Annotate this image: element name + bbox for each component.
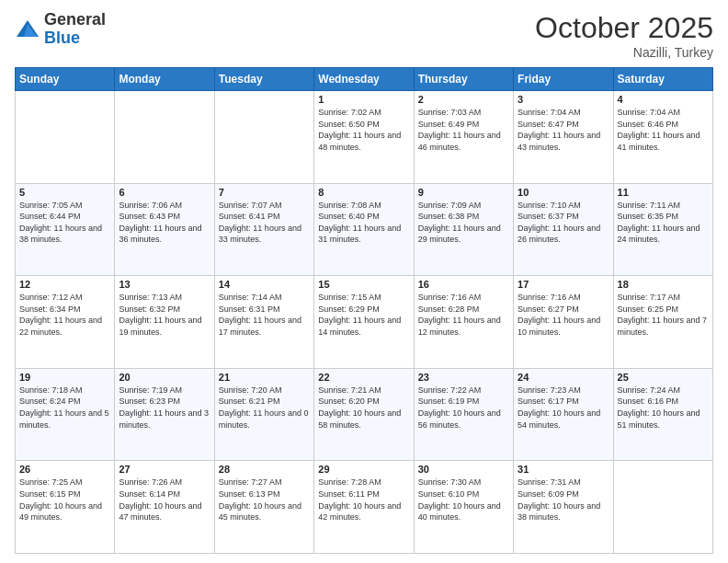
calendar-cell: 29Sunrise: 7:28 AM Sunset: 6:11 PM Dayli…	[314, 461, 414, 554]
day-info: Sunrise: 7:12 AM Sunset: 6:34 PM Dayligh…	[19, 292, 110, 338]
location: Nazilli, Turkey	[535, 45, 713, 60]
day-info: Sunrise: 7:07 AM Sunset: 6:41 PM Dayligh…	[219, 200, 310, 246]
day-number: 25	[618, 372, 709, 383]
day-info: Sunrise: 7:08 AM Sunset: 6:40 PM Dayligh…	[318, 200, 409, 246]
title-block: October 2025 Nazilli, Turkey	[535, 11, 713, 60]
day-info: Sunrise: 7:16 AM Sunset: 6:28 PM Dayligh…	[418, 292, 509, 338]
day-number: 12	[19, 279, 110, 290]
header: General Blue October 2025 Nazilli, Turke…	[15, 11, 713, 60]
day-number: 21	[219, 372, 310, 383]
calendar-cell: 16Sunrise: 7:16 AM Sunset: 6:28 PM Dayli…	[414, 276, 513, 369]
day-number: 24	[518, 372, 609, 383]
day-info: Sunrise: 7:22 AM Sunset: 6:19 PM Dayligh…	[418, 385, 509, 431]
day-number: 4	[618, 94, 709, 105]
day-number: 8	[318, 187, 409, 198]
calendar-cell: 26Sunrise: 7:25 AM Sunset: 6:15 PM Dayli…	[16, 461, 115, 554]
calendar-cell: 13Sunrise: 7:13 AM Sunset: 6:32 PM Dayli…	[115, 276, 214, 369]
calendar-cell: 9Sunrise: 7:09 AM Sunset: 6:38 PM Daylig…	[414, 183, 513, 276]
calendar-cell: 18Sunrise: 7:17 AM Sunset: 6:25 PM Dayli…	[613, 276, 712, 369]
day-info: Sunrise: 7:15 AM Sunset: 6:29 PM Dayligh…	[318, 292, 409, 338]
day-number: 3	[518, 94, 609, 105]
day-info: Sunrise: 7:26 AM Sunset: 6:14 PM Dayligh…	[119, 477, 210, 523]
day-info: Sunrise: 7:16 AM Sunset: 6:27 PM Dayligh…	[518, 292, 609, 338]
day-number: 5	[19, 187, 110, 198]
day-number: 17	[518, 279, 609, 290]
day-info: Sunrise: 7:20 AM Sunset: 6:21 PM Dayligh…	[219, 385, 310, 431]
day-info: Sunrise: 7:04 AM Sunset: 6:47 PM Dayligh…	[518, 107, 609, 153]
day-number: 22	[318, 372, 409, 383]
calendar-cell: 3Sunrise: 7:04 AM Sunset: 6:47 PM Daylig…	[514, 91, 613, 184]
day-number: 18	[618, 279, 709, 290]
day-info: Sunrise: 7:14 AM Sunset: 6:31 PM Dayligh…	[219, 292, 310, 338]
day-info: Sunrise: 7:23 AM Sunset: 6:17 PM Dayligh…	[518, 385, 609, 431]
day-number: 27	[119, 464, 210, 475]
day-info: Sunrise: 7:04 AM Sunset: 6:46 PM Dayligh…	[618, 107, 709, 153]
day-number: 6	[119, 187, 210, 198]
calendar-cell: 20Sunrise: 7:19 AM Sunset: 6:23 PM Dayli…	[115, 368, 214, 461]
calendar-cell: 7Sunrise: 7:07 AM Sunset: 6:41 PM Daylig…	[214, 183, 313, 276]
day-number: 13	[119, 279, 210, 290]
day-info: Sunrise: 7:24 AM Sunset: 6:16 PM Dayligh…	[618, 385, 709, 431]
calendar-cell	[613, 461, 712, 554]
calendar-cell: 14Sunrise: 7:14 AM Sunset: 6:31 PM Dayli…	[214, 276, 313, 369]
day-header-saturday: Saturday	[613, 68, 712, 91]
day-number: 1	[318, 94, 409, 105]
day-number: 10	[518, 187, 609, 198]
calendar-cell: 5Sunrise: 7:05 AM Sunset: 6:44 PM Daylig…	[16, 183, 115, 276]
calendar-cell: 30Sunrise: 7:30 AM Sunset: 6:10 PM Dayli…	[414, 461, 513, 554]
day-number: 19	[19, 372, 110, 383]
day-info: Sunrise: 7:13 AM Sunset: 6:32 PM Dayligh…	[119, 292, 210, 338]
calendar-cell: 25Sunrise: 7:24 AM Sunset: 6:16 PM Dayli…	[613, 368, 712, 461]
calendar-cell: 28Sunrise: 7:27 AM Sunset: 6:13 PM Dayli…	[214, 461, 313, 554]
day-info: Sunrise: 7:10 AM Sunset: 6:37 PM Dayligh…	[518, 200, 609, 246]
calendar-week-5: 26Sunrise: 7:25 AM Sunset: 6:15 PM Dayli…	[16, 461, 713, 554]
day-number: 2	[418, 94, 509, 105]
day-header-monday: Monday	[115, 68, 214, 91]
day-info: Sunrise: 7:05 AM Sunset: 6:44 PM Dayligh…	[19, 200, 110, 246]
day-header-friday: Friday	[514, 68, 613, 91]
month-year: October 2025	[535, 11, 713, 45]
day-number: 26	[19, 464, 110, 475]
calendar-cell: 21Sunrise: 7:20 AM Sunset: 6:21 PM Dayli…	[214, 368, 313, 461]
calendar-cell: 17Sunrise: 7:16 AM Sunset: 6:27 PM Dayli…	[514, 276, 613, 369]
calendar-week-1: 1Sunrise: 7:02 AM Sunset: 6:50 PM Daylig…	[16, 91, 713, 184]
calendar-header-row: SundayMondayTuesdayWednesdayThursdayFrid…	[16, 68, 713, 91]
calendar-cell: 19Sunrise: 7:18 AM Sunset: 6:24 PM Dayli…	[16, 368, 115, 461]
day-number: 30	[418, 464, 509, 475]
calendar-cell: 22Sunrise: 7:21 AM Sunset: 6:20 PM Dayli…	[314, 368, 414, 461]
calendar-cell: 31Sunrise: 7:31 AM Sunset: 6:09 PM Dayli…	[514, 461, 613, 554]
logo-blue: Blue	[44, 29, 106, 48]
day-header-thursday: Thursday	[414, 68, 513, 91]
day-info: Sunrise: 7:28 AM Sunset: 6:11 PM Dayligh…	[318, 477, 409, 523]
calendar-cell: 1Sunrise: 7:02 AM Sunset: 6:50 PM Daylig…	[314, 91, 414, 184]
calendar-week-3: 12Sunrise: 7:12 AM Sunset: 6:34 PM Dayli…	[16, 276, 713, 369]
calendar-cell	[115, 91, 214, 184]
day-number: 29	[318, 464, 409, 475]
day-header-wednesday: Wednesday	[314, 68, 414, 91]
day-number: 14	[219, 279, 310, 290]
day-info: Sunrise: 7:03 AM Sunset: 6:49 PM Dayligh…	[418, 107, 509, 153]
logo-icon	[15, 17, 40, 42]
calendar-week-2: 5Sunrise: 7:05 AM Sunset: 6:44 PM Daylig…	[16, 183, 713, 276]
calendar-cell: 15Sunrise: 7:15 AM Sunset: 6:29 PM Dayli…	[314, 276, 414, 369]
day-info: Sunrise: 7:09 AM Sunset: 6:38 PM Dayligh…	[418, 200, 509, 246]
day-info: Sunrise: 7:25 AM Sunset: 6:15 PM Dayligh…	[19, 477, 110, 523]
calendar-cell: 23Sunrise: 7:22 AM Sunset: 6:19 PM Dayli…	[414, 368, 513, 461]
calendar-cell: 27Sunrise: 7:26 AM Sunset: 6:14 PM Dayli…	[115, 461, 214, 554]
calendar-cell	[214, 91, 313, 184]
calendar-table: SundayMondayTuesdayWednesdayThursdayFrid…	[15, 67, 713, 554]
day-info: Sunrise: 7:27 AM Sunset: 6:13 PM Dayligh…	[219, 477, 310, 523]
day-info: Sunrise: 7:21 AM Sunset: 6:20 PM Dayligh…	[318, 385, 409, 431]
day-number: 23	[418, 372, 509, 383]
day-info: Sunrise: 7:30 AM Sunset: 6:10 PM Dayligh…	[418, 477, 509, 523]
calendar-cell: 24Sunrise: 7:23 AM Sunset: 6:17 PM Dayli…	[514, 368, 613, 461]
day-number: 28	[219, 464, 310, 475]
calendar-cell: 6Sunrise: 7:06 AM Sunset: 6:43 PM Daylig…	[115, 183, 214, 276]
day-info: Sunrise: 7:18 AM Sunset: 6:24 PM Dayligh…	[19, 385, 110, 431]
calendar-cell: 4Sunrise: 7:04 AM Sunset: 6:46 PM Daylig…	[613, 91, 712, 184]
day-number: 31	[518, 464, 609, 475]
calendar-cell: 8Sunrise: 7:08 AM Sunset: 6:40 PM Daylig…	[314, 183, 414, 276]
day-info: Sunrise: 7:19 AM Sunset: 6:23 PM Dayligh…	[119, 385, 210, 431]
calendar-cell: 10Sunrise: 7:10 AM Sunset: 6:37 PM Dayli…	[514, 183, 613, 276]
calendar-cell: 2Sunrise: 7:03 AM Sunset: 6:49 PM Daylig…	[414, 91, 513, 184]
